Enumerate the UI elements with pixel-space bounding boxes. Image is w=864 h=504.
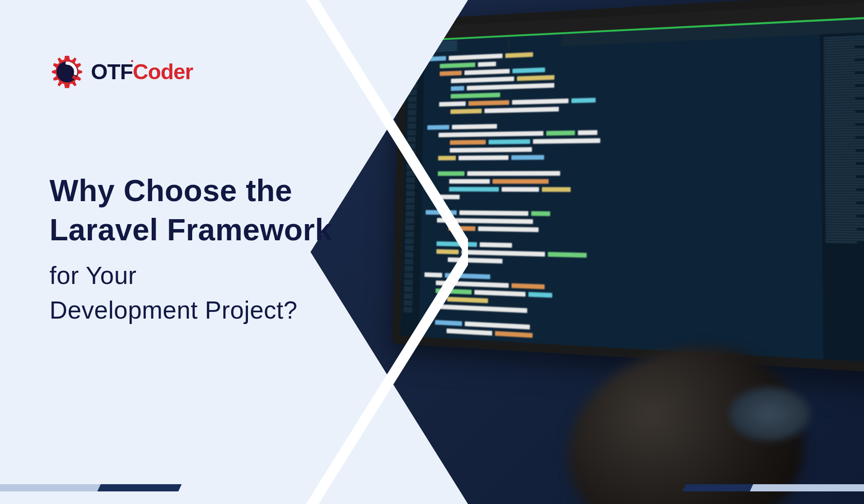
window-close-dot	[411, 32, 415, 36]
hero-photo	[310, 0, 864, 504]
headline-line-1: Why Choose the	[50, 171, 374, 210]
headline-line-4: Development Project?	[50, 293, 374, 328]
bottom-accent-bar	[0, 484, 864, 491]
svg-point-1	[72, 76, 76, 79]
watch-graphic	[729, 387, 810, 441]
code-content	[419, 35, 824, 360]
editor-minimap	[820, 32, 864, 364]
bar-segment-light-right	[750, 484, 864, 491]
laptop-screen-graphic	[392, 0, 864, 374]
gear-icon	[50, 54, 85, 89]
headline: Why Choose the Laravel Framework for You…	[50, 171, 374, 328]
brand-logo: OTF•Coder	[50, 54, 193, 89]
brand-part-2: •Coder	[133, 60, 193, 84]
headline-bold: Why Choose the Laravel Framework	[50, 171, 374, 249]
window-zoom-dot	[424, 31, 428, 35]
window-minimize-dot	[418, 31, 422, 35]
brand-part-1: OTF	[91, 60, 133, 84]
code-area	[400, 32, 864, 364]
brand-name: OTF•Coder	[91, 59, 193, 84]
bar-segment-dark-left	[97, 484, 181, 491]
headline-line-2: Laravel Framework	[50, 210, 374, 249]
bar-segment-light-left	[0, 484, 114, 491]
headline-line-3: for Your	[50, 258, 374, 293]
headline-light: for Your Development Project?	[50, 258, 374, 328]
